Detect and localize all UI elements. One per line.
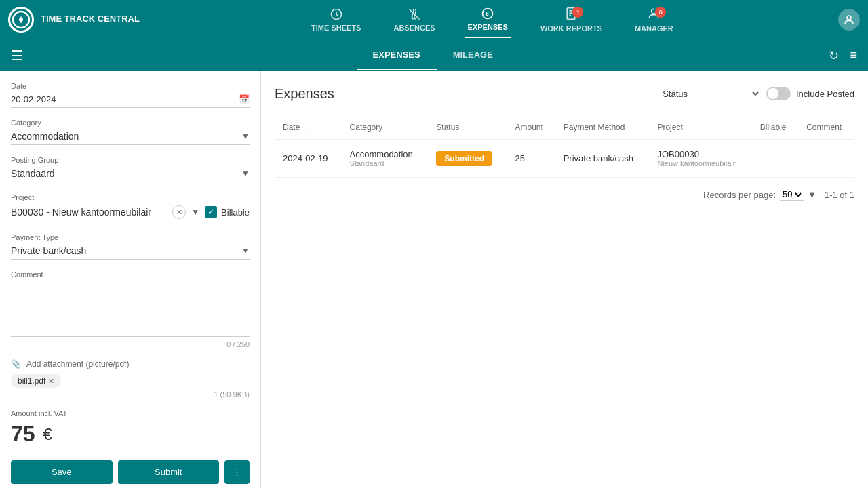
date-field[interactable]: 20-02-2024 📅 [11,92,250,108]
payment-type-label: Payment Type [11,233,250,241]
project-clear-button[interactable]: ✕ [172,205,186,219]
attachment-section: 📎 Add attachment (picture/pdf) bill1.pdf… [11,359,250,399]
save-button[interactable]: Save [11,460,113,484]
top-navigation: TIME TRACK CENTRAL TIME SHEETS ABSENCES … [0,0,868,39]
table-body: 2024-02-19 Accommodation Standaard Submi… [275,140,854,178]
attachment-label: Add attachment (picture/pdf) [26,359,129,369]
payment-type-field-group: Payment Type Private bank/cash ▼ [11,233,250,260]
sub-nav-right: ↻ ≡ [829,48,857,63]
cell-category: Accommodation Standaard [342,140,429,178]
include-posted-toggle[interactable] [766,87,791,100]
status-select[interactable] [693,85,761,102]
category-line1: Accommodation [350,149,420,159]
payment-type-dropdown-icon[interactable]: ▼ [241,246,250,256]
category-field[interactable]: Accommodation ▼ [11,128,250,145]
comment-input[interactable] [11,283,250,337]
nav-right [838,9,860,30]
amount-value: 75 [11,422,35,447]
nav-item-expenses[interactable]: € EXPENSES [465,1,511,38]
file-remove-button[interactable]: ✕ [48,377,54,386]
svg-point-11 [847,16,851,20]
category-field-group: Category Accommodation ▼ [11,119,250,145]
panel-header: Expenses Status Include Posted [275,85,854,102]
col-amount[interactable]: Amount [507,116,555,140]
currency-symbol: € [43,425,52,444]
hamburger-menu[interactable]: ☰ [11,47,23,64]
date-label: Date [11,82,250,90]
logo-area[interactable]: TIME TRACK CENTRAL [8,7,140,33]
col-date[interactable]: Date ↓ [275,116,342,140]
comment-label: Comment [11,270,250,279]
paperclip-icon: 📎 [11,359,21,369]
table-footer: Records per page: 50 ▼ 1-1 of 1 [275,188,854,201]
billable-check-icon: ✓ [205,206,217,218]
char-count: 0 / 250 [11,340,250,348]
work-reports-badge: 1 [572,7,583,18]
file-name: bill1.pdf [18,376,45,386]
records-per-page: Records per page: 50 ▼ [703,188,816,201]
avatar-button[interactable] [838,9,860,30]
nav-item-work-reports[interactable]: 1 WORK REPORTS [538,1,605,38]
right-panel: Expenses Status Include Posted Date ↓ [261,71,868,488]
billable-label: Billable [221,207,250,218]
col-payment-method[interactable]: Payment Method [555,116,650,140]
nav-item-time-sheets[interactable]: TIME SHEETS [309,2,363,37]
posting-group-field-group: Posting Group Standaard ▼ [11,156,250,182]
cell-payment-method: Private bank/cash [555,140,650,178]
project-value: B00030 - Nieuw kantoormeubilair [11,207,167,218]
project-label: Project [11,193,250,201]
menu-button[interactable]: ≡ [850,48,857,62]
posting-group-label: Posting Group [11,156,250,164]
tab-expenses[interactable]: EXPENSES [357,40,437,70]
status-filter: Status Include Posted [663,85,854,102]
payment-type-field[interactable]: Private bank/cash ▼ [11,243,250,260]
category-label: Category [11,119,250,127]
col-comment[interactable]: Comment [798,116,854,140]
left-form-panel: Date 20-02-2024 📅 Category Accommodation… [0,71,261,488]
date-value: 20-02-2024 [11,94,56,104]
app-title: TIME TRACK CENTRAL [41,14,140,25]
cell-amount: 25 [507,140,555,178]
main-layout: Date 20-02-2024 📅 Category Accommodation… [0,71,868,488]
cell-billable [752,140,798,178]
sub-navigation: ☰ EXPENSES MILEAGE ↻ ≡ [0,39,868,71]
cell-comment [798,140,854,178]
col-billable[interactable]: Billable [752,116,798,140]
project-line2: Nieuw kantoormeubilair [657,159,743,167]
nav-item-manager[interactable]: 6 MANAGER [632,1,676,38]
refresh-button[interactable]: ↻ [829,48,839,63]
per-page-dropdown-icon[interactable]: ▼ [808,190,816,200]
amount-section: Amount incl. VAT 75 € [11,409,250,447]
nav-item-absences[interactable]: ABSENCES [391,2,437,37]
file-info: 1 (50.9KB) [11,390,250,399]
more-button[interactable]: ⋮ [224,460,250,484]
submit-button[interactable]: Submit [118,460,220,484]
billable-checkbox[interactable]: ✓ Billable [205,206,250,218]
nav-items: TIME SHEETS ABSENCES € EXPENSES [160,1,825,38]
tab-mileage[interactable]: MILEAGE [437,40,509,70]
svg-point-1 [19,18,23,22]
svg-text:€: € [486,10,489,17]
table-row[interactable]: 2024-02-19 Accommodation Standaard Submi… [275,140,854,178]
project-dropdown-icon[interactable]: ▼ [191,207,199,217]
status-label: Status [663,89,688,99]
add-attachment-button[interactable]: 📎 Add attachment (picture/pdf) [11,359,250,369]
category-dropdown-icon[interactable]: ▼ [241,131,250,141]
col-project[interactable]: Project [649,116,751,140]
cell-date: 2024-02-19 [275,140,342,178]
comment-field-group: Comment 0 / 250 [11,270,250,348]
category-value: Accommodation [11,131,79,142]
calendar-icon[interactable]: 📅 [239,94,250,104]
posting-group-dropdown-icon[interactable]: ▼ [241,169,250,178]
posting-group-field[interactable]: Standaard ▼ [11,165,250,182]
col-category[interactable]: Category [342,116,429,140]
per-page-select[interactable]: 50 [780,188,804,201]
form-bottom-buttons: Save Submit ⋮ [11,460,250,484]
include-posted-label: Include Posted [796,89,854,99]
sub-tabs: EXPENSES MILEAGE [37,40,829,70]
manager-badge: 6 [655,7,666,18]
col-status[interactable]: Status [428,116,507,140]
records-per-page-label: Records per page: [703,190,776,200]
file-chip: bill1.pdf ✕ [11,374,61,388]
pagination-info: 1-1 of 1 [825,190,854,200]
